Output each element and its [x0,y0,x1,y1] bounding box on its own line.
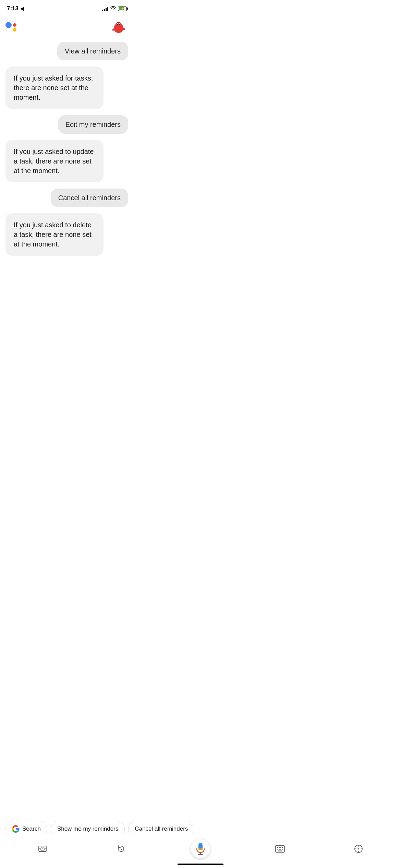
dot-blue [5,22,12,28]
status-icons: ⚡ [102,6,127,11]
assistant-message-3: If you just asked to delete a task, ther… [5,213,104,256]
status-bar: 7:13 ◀ ⚡ [0,0,134,15]
svg-point-5 [117,24,118,25]
chat-area: View all reminders If you just asked for… [0,38,134,311]
battery-bolt: ⚡ [121,7,124,10]
battery-icon: ⚡ [118,7,127,11]
assistant-message-2: If you just asked to update a task, ther… [5,140,104,182]
svg-point-6 [119,24,120,25]
time-display: 7:13 [7,5,19,12]
status-time: 7:13 ◀ [7,5,24,12]
user-message-3: Cancel all reminders [51,189,128,207]
user-message-2: Edit my reminders [58,115,128,134]
app-header [0,15,134,38]
user-message-1: View all reminders [57,42,128,60]
location-arrow-icon: ◀ [20,6,24,11]
signal-icon [102,7,108,11]
assistant-message-1: If you just asked for tasks, there are n… [5,67,104,109]
wifi-icon [110,6,116,11]
dot-red [13,23,16,27]
avatar[interactable] [110,19,127,35]
dot-yellow [13,28,16,32]
google-assistant-logo [5,22,19,32]
